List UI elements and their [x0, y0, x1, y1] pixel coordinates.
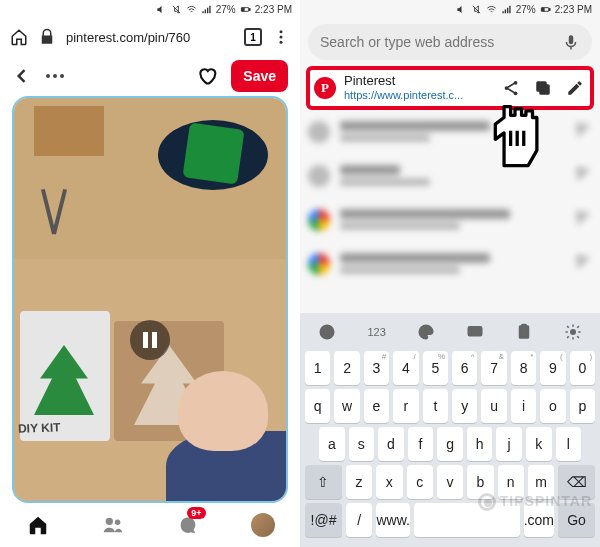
svg-rect-19 — [468, 327, 482, 336]
key-u[interactable]: u — [481, 389, 506, 423]
insert-arrow-icon[interactable] — [574, 165, 592, 183]
right-phone-screen: 27% 2:23 PM P Pinterest https://www.pint… — [300, 0, 600, 547]
pinterest-icon: P — [314, 77, 336, 99]
key-a[interactable]: a — [319, 427, 345, 461]
key-e[interactable]: e — [364, 389, 389, 423]
address-search-bar[interactable] — [308, 24, 592, 60]
wifi-icon — [186, 4, 197, 15]
signal-icon — [201, 4, 212, 15]
key-z[interactable]: z — [346, 465, 372, 499]
gear-icon[interactable] — [564, 323, 582, 341]
key-w[interactable]: w — [334, 389, 359, 423]
svg-point-22 — [570, 330, 575, 335]
key-shift[interactable]: ⇧ — [305, 465, 342, 499]
edit-icon[interactable] — [566, 79, 584, 97]
key-4[interactable]: 4/ — [393, 351, 418, 385]
suggestion-url: https://www.pinterest.c... — [344, 89, 494, 102]
copy-icon[interactable] — [534, 79, 552, 97]
search-input[interactable] — [320, 34, 562, 50]
key-slash[interactable]: / — [346, 503, 372, 537]
key-c[interactable]: c — [407, 465, 433, 499]
chat-icon[interactable] — [466, 323, 484, 341]
pin-media[interactable]: DIY KIT — [12, 96, 288, 503]
url-text[interactable]: pinterest.com/pin/760 — [66, 30, 234, 45]
sound-icon — [156, 4, 167, 15]
suggestion-pinterest[interactable]: P Pinterest https://www.pinterest.c... — [306, 66, 594, 110]
key-l[interactable]: l — [556, 427, 582, 461]
emoji-icon[interactable] — [318, 323, 336, 341]
svg-rect-15 — [537, 82, 546, 91]
key-v[interactable]: v — [437, 465, 463, 499]
nav-following[interactable] — [93, 505, 133, 545]
key-f[interactable]: f — [408, 427, 434, 461]
svg-point-5 — [280, 41, 283, 44]
key-symbols[interactable]: !@# — [305, 503, 342, 537]
key-9[interactable]: 9( — [540, 351, 565, 385]
more-options-icon[interactable] — [46, 74, 64, 78]
key-2[interactable]: 2 — [334, 351, 359, 385]
key-1[interactable]: 1 — [305, 351, 330, 385]
key-d[interactable]: d — [378, 427, 404, 461]
key-3[interactable]: 3# — [364, 351, 389, 385]
svg-rect-9 — [549, 8, 550, 10]
key-o[interactable]: o — [540, 389, 565, 423]
keyboard-toolbar: 123 — [303, 317, 597, 347]
heart-icon[interactable] — [197, 66, 217, 86]
palette-icon[interactable] — [417, 323, 435, 341]
insert-arrow-icon[interactable] — [574, 253, 592, 271]
suggestion-blurred[interactable] — [308, 246, 592, 282]
key-7[interactable]: 7& — [481, 351, 506, 385]
battery-icon — [240, 4, 251, 15]
tab-switcher[interactable]: 1 — [244, 28, 262, 46]
nav-notifications[interactable]: 9+ — [168, 505, 208, 545]
battery-label: 27% — [516, 4, 536, 15]
suggestion-blurred[interactable] — [308, 202, 592, 238]
sound-icon — [456, 4, 467, 15]
nav-home[interactable] — [18, 505, 58, 545]
mic-icon[interactable] — [562, 33, 580, 51]
back-icon[interactable] — [12, 66, 32, 86]
signal-icon — [501, 4, 512, 15]
key-8[interactable]: 8* — [511, 351, 536, 385]
status-bar: 27% 2:23 PM — [0, 0, 300, 18]
key-0[interactable]: 0) — [570, 351, 595, 385]
insert-arrow-icon[interactable] — [574, 121, 592, 139]
key-www[interactable]: www. — [376, 503, 409, 537]
key-r[interactable]: r — [393, 389, 418, 423]
key-i[interactable]: i — [511, 389, 536, 423]
suggestion-title: Pinterest — [344, 74, 494, 89]
clipboard-icon[interactable] — [515, 323, 533, 341]
key-h[interactable]: h — [467, 427, 493, 461]
key-s[interactable]: s — [349, 427, 375, 461]
battery-icon — [540, 4, 551, 15]
home-icon[interactable] — [10, 28, 28, 46]
toolbar-123[interactable]: 123 — [367, 326, 385, 338]
notification-badge: 9+ — [187, 507, 205, 519]
left-phone-screen: 27% 2:23 PM pinterest.com/pin/760 1 Save… — [0, 0, 300, 547]
kit-text: DIY KIT — [18, 420, 61, 435]
avatar — [251, 513, 275, 537]
share-icon[interactable] — [502, 79, 520, 97]
save-button[interactable]: Save — [231, 60, 288, 92]
key-q[interactable]: q — [305, 389, 330, 423]
svg-rect-21 — [521, 325, 526, 328]
pause-button[interactable] — [130, 320, 170, 360]
key-x[interactable]: x — [376, 465, 402, 499]
nav-profile[interactable] — [243, 505, 283, 545]
key-p[interactable]: p — [570, 389, 595, 423]
suggestion-blurred[interactable] — [308, 114, 592, 150]
key-y[interactable]: y — [452, 389, 477, 423]
time-label: 2:23 PM — [255, 4, 292, 15]
svg-point-16 — [321, 325, 335, 339]
key-5[interactable]: 5% — [423, 351, 448, 385]
lock-icon — [38, 28, 56, 46]
menu-dots-icon[interactable] — [272, 28, 290, 46]
key-k[interactable]: k — [526, 427, 552, 461]
key-t[interactable]: t — [423, 389, 448, 423]
wifi-icon — [486, 4, 497, 15]
key-g[interactable]: g — [437, 427, 463, 461]
insert-arrow-icon[interactable] — [574, 209, 592, 227]
key-j[interactable]: j — [496, 427, 522, 461]
key-6[interactable]: 6^ — [452, 351, 477, 385]
suggestion-blurred[interactable] — [308, 158, 592, 194]
